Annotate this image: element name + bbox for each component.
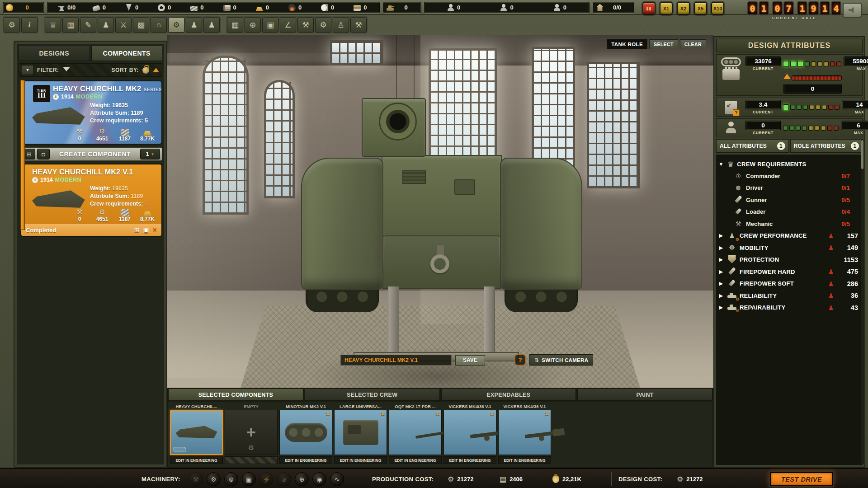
design-bureau-button[interactable]: ∠ <box>280 17 296 33</box>
machine-console[interactable]: ▣ <box>242 472 256 486</box>
duplicate-icon[interactable]: ▣ <box>143 226 149 234</box>
component-card-image[interactable]: × <box>389 410 442 455</box>
machine-cutting-disc[interactable]: ◉ <box>312 472 326 486</box>
edit-in-engineering-button[interactable]: EDIT IN ENGINEERING <box>443 456 496 464</box>
edit-in-engineering-button[interactable]: EDIT IN ENGINEERING <box>334 456 387 464</box>
remove-component-icon[interactable]: × <box>490 411 494 417</box>
marketing-button[interactable]: ▣ <box>262 17 278 33</box>
construction-button[interactable]: ⚒ <box>350 17 367 33</box>
add-variant-icon[interactable]: ⊞ <box>134 226 140 234</box>
machine-metal-press[interactable]: ⚒ <box>189 472 203 486</box>
edit-in-engineering-button[interactable]: EDIT IN ENGINEERING <box>170 456 223 464</box>
crew-row-loader[interactable]: Loader 0/4 <box>718 206 860 218</box>
hull-silhouette <box>176 424 217 441</box>
tab-components[interactable]: COMPONENTS <box>91 46 163 61</box>
switch-camera-button[interactable]: ⇅ SWITCH CAMERA <box>529 354 593 366</box>
achievements-button[interactable]: ♕ <box>45 17 61 33</box>
component-count-dropdown[interactable]: 1 ▼ <box>140 149 160 160</box>
component-card-image[interactable]: × <box>498 410 551 455</box>
funnel-icon[interactable] <box>63 67 70 75</box>
production-panel-button[interactable]: ▦ <box>62 17 79 33</box>
scrollbar-thumb[interactable] <box>861 140 863 169</box>
edit-in-engineering-button[interactable]: EDIT IN ENGINEERING <box>279 456 332 464</box>
component-card-image[interactable]: × <box>334 410 387 455</box>
machine-conveyor[interactable]: ∿ <box>330 472 344 486</box>
speed-x1-button[interactable]: X1 <box>660 2 673 15</box>
component-card-image[interactable]: × <box>279 410 332 455</box>
warfare-button[interactable]: ⚔ <box>115 17 132 33</box>
speed-x5-button[interactable]: X5 <box>694 2 707 15</box>
factory-button[interactable]: ▦ <box>227 17 243 33</box>
create-component-button[interactable]: CREATE COMPONENT <box>52 150 138 158</box>
crew-training-button[interactable]: ♙ <box>333 17 349 33</box>
attribute-row-reliability[interactable]: ▶ ⚙ RELIABILITY ♟ 36 <box>718 290 860 302</box>
tab-role-attributes[interactable]: ROLE ATTRIBUTES 1 <box>790 139 863 153</box>
headquarters-button[interactable]: ⌂ <box>151 17 167 33</box>
tab-selected-crew[interactable]: SELECTED CREW <box>305 389 440 401</box>
empty-slot[interactable]: + ⚙ <box>225 410 278 455</box>
tank-role-select-button[interactable]: SELECT <box>649 39 678 49</box>
tank-designer-button[interactable]: ⚙ <box>168 17 184 33</box>
speed-x10-button[interactable]: X10 <box>711 2 724 15</box>
machine-measuring-tools[interactable]: ⌀ <box>277 472 291 486</box>
attribute-row-protection[interactable]: ▶ PROTECTION ♟ 1153 <box>718 254 860 266</box>
blueprint-snapshot-button[interactable]: ◘ <box>37 149 50 160</box>
series-era: MODERN <box>76 94 103 100</box>
tab-designs[interactable]: DESIGNS <box>19 46 90 61</box>
crew-row-gunner[interactable]: Gunner 0/5 <box>718 194 860 206</box>
tab-paint[interactable]: PAINT <box>577 389 712 401</box>
attribute-row-firepower-soft[interactable]: ▶ FIREPOWER SOFT ♟ 286 <box>718 278 860 290</box>
remove-component-icon[interactable]: × <box>381 411 385 417</box>
attribute-row-mobility[interactable]: ▶ ☸ MOBILITY ♟ 149 <box>718 242 860 254</box>
attribute-row-crew-performance[interactable]: ▶ ♟⚙ CREW PERFORMANCE ♟ 157 <box>718 230 860 242</box>
info-button[interactable]: i <box>21 17 38 33</box>
current-date-label: CURRENT DATE <box>772 16 817 20</box>
world-map-button[interactable]: ⊕ <box>245 17 261 33</box>
machine-welding[interactable]: ⚡ <box>259 472 274 486</box>
tab-expendables[interactable]: EXPENDABLES <box>441 389 576 401</box>
remove-component-icon[interactable]: × <box>435 411 439 417</box>
workshop-button[interactable]: ⚒ <box>297 17 314 33</box>
slider-track[interactable] <box>792 75 842 80</box>
delete-icon[interactable]: × <box>153 226 157 234</box>
sort-direction-icon[interactable] <box>153 65 159 72</box>
machine-drill-press[interactable]: ⊕ <box>295 472 309 486</box>
tank-role-clear-button[interactable]: CLEAR <box>680 39 706 49</box>
remove-component-icon[interactable]: × <box>545 411 549 417</box>
design-series-card[interactable]: TIER III HEAVY CHURCHILL MK2SERIES 1914 … <box>20 80 162 145</box>
crew-requirements-header[interactable]: ▼ ♛ CREW REQUIREMENTS <box>718 158 860 170</box>
contracts-button[interactable]: ✎ <box>80 17 96 33</box>
machine-grinder[interactable]: ⊚ <box>224 472 238 486</box>
component-card-image[interactable]: × <box>443 410 496 455</box>
attributes-scrollbar[interactable] <box>861 139 864 464</box>
help-button[interactable]: ? <box>514 354 526 366</box>
machine-lathe[interactable]: ⚙ <box>207 472 221 486</box>
design-name-input[interactable] <box>340 355 452 366</box>
remove-component-icon[interactable]: × <box>326 411 330 417</box>
edit-in-engineering-button[interactable]: EDIT IN ENGINEERING <box>498 456 551 464</box>
crew-row-commander[interactable]: ♔ Commander 0/7 <box>718 170 860 182</box>
attribute-row-firepower-hard[interactable]: ▶ FIREPOWER HARD ♟ 475 <box>718 266 860 278</box>
edit-in-engineering-button[interactable]: EDIT IN ENGINEERING <box>389 456 442 464</box>
intelligence-button[interactable]: ♟ <box>98 17 114 33</box>
settings-button[interactable]: ⚙ <box>4 17 20 33</box>
tab-all-attributes[interactable]: ALL ATTRIBUTES 1 <box>716 139 789 153</box>
city-button[interactable]: ▩ <box>133 17 149 33</box>
design-variant-card[interactable]: HEAVY CHURCHILL MK2 V.1 1914 MODERN Weig… <box>20 164 162 237</box>
speed-x2-button[interactable]: X2 <box>677 2 690 15</box>
maintenance-button[interactable]: ⚙ <box>315 17 331 33</box>
pause-button[interactable]: ▮▮ <box>642 2 656 15</box>
collapse-filter-button[interactable]: ▼ <box>22 65 33 75</box>
slider-handle[interactable] <box>783 70 791 79</box>
attribute-row-repairability[interactable]: ▶ ⚒ REPAIRABILITY ♟ 43 <box>718 302 860 314</box>
crew-row-mechanic[interactable]: ⚒ Mechanic 0/5 <box>718 218 860 230</box>
crew-row-driver[interactable]: ☸ Driver 0/1 <box>718 182 860 194</box>
mechanics-button[interactable]: ♟ <box>186 17 202 33</box>
tab-selected-components[interactable]: SELECTED COMPONENTS <box>168 389 303 401</box>
engineers-button[interactable]: ♟ <box>203 17 220 33</box>
notifications-button[interactable] <box>843 3 862 18</box>
component-card-image[interactable] <box>170 410 223 455</box>
weight-sort-icon[interactable] <box>142 67 149 74</box>
test-drive-button[interactable]: TEST DRIVE <box>770 472 833 486</box>
save-button[interactable]: SAVE <box>455 355 485 366</box>
